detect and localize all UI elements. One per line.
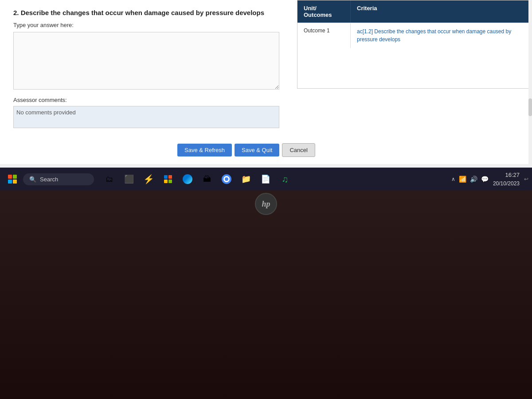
hp-logo-area: hp xyxy=(239,191,293,217)
answer-textarea[interactable] xyxy=(13,32,279,90)
criteria-text: ac[1.2] Describe the changes that occur … xyxy=(351,23,532,48)
office-icon: 📄 xyxy=(261,174,270,184)
chevron-up-icon[interactable]: ∧ xyxy=(451,176,455,182)
scrollbar-thumb[interactable] xyxy=(528,98,532,116)
search-bar[interactable]: 🔍 Search xyxy=(23,173,94,185)
laptop-body: £3 $4 %5 6 &7 8 (9 )0 - = Tab E R T Y U … xyxy=(0,191,532,399)
date: 20/10/2023 xyxy=(493,180,520,188)
criteria-panel: Unit/ Outcomes Criteria Outcome 1 ac[1.2… xyxy=(297,0,532,89)
col1-header: Unit/ Outcomes xyxy=(297,0,351,23)
cancel-button[interactable]: Cancel xyxy=(282,143,315,157)
criteria-row: Outcome 1 ac[1.2] Describe the changes t… xyxy=(297,23,532,48)
taskbar-app-folder[interactable]: 📁 xyxy=(237,170,255,188)
edge-icon xyxy=(183,174,192,184)
taskbar-app-edge[interactable] xyxy=(178,170,197,188)
assessor-label: Assessor comments: xyxy=(13,97,519,103)
screen: 2. Describe the changes that occur when … xyxy=(0,0,532,191)
taskbar-app-camera[interactable]: ⬛ xyxy=(120,170,138,188)
taskbar-app-photos[interactable]: 🏔 xyxy=(198,170,216,188)
windows-icon xyxy=(8,175,17,184)
file-explorer-icon: 🗂 xyxy=(106,175,113,184)
col2-header: Criteria xyxy=(351,0,532,23)
taskbar-app-windows-grid[interactable] xyxy=(159,170,177,188)
folder-icon: 📁 xyxy=(241,174,251,184)
page-content: 2. Describe the changes that occur when … xyxy=(0,0,532,164)
spotify-icon: ♫ xyxy=(282,174,289,184)
win-square-blue xyxy=(8,180,12,184)
taskbar: 🔍 Search 🗂 ⬛ ⚡ xyxy=(0,168,532,191)
camera-icon: ⬛ xyxy=(124,174,134,184)
taskbar-app-file-explorer[interactable]: 🗂 xyxy=(100,170,119,188)
photos-icon: 🏔 xyxy=(203,175,211,184)
wifi-icon[interactable]: 📶 xyxy=(459,176,466,183)
notification-icon[interactable]: 💬 xyxy=(481,176,489,183)
win-square-red xyxy=(8,175,12,179)
save-refresh-button[interactable]: Save & Refresh xyxy=(177,144,232,156)
criteria-header: Unit/ Outcomes Criteria xyxy=(297,0,532,23)
clock: 16:27 xyxy=(505,171,520,180)
taskbar-app-spotify[interactable]: ♫ xyxy=(276,170,294,188)
windows-start-button[interactable] xyxy=(4,170,21,188)
taskbar-app-office[interactable]: 📄 xyxy=(256,170,275,188)
hp-logo: hp xyxy=(255,193,277,215)
taskbar-left: 🔍 Search 🗂 ⬛ ⚡ xyxy=(4,170,294,188)
volume-icon[interactable]: 🔊 xyxy=(470,176,477,183)
show-desktop-icon[interactable]: ↩ xyxy=(524,176,528,182)
outcome-cell: Outcome 1 xyxy=(297,23,351,48)
grid-icon xyxy=(164,175,172,183)
search-label: Search xyxy=(40,176,58,183)
action-buttons: Save & Refresh Save & Quit Cancel xyxy=(177,143,315,157)
datetime[interactable]: 16:27 20/10/2023 xyxy=(493,171,520,188)
taskbar-app-chrome[interactable] xyxy=(217,170,236,188)
save-quit-button[interactable]: Save & Quit xyxy=(235,144,279,156)
win-square-green xyxy=(13,175,17,179)
assessor-comments: No comments provided xyxy=(13,106,279,128)
search-icon: 🔍 xyxy=(29,176,36,183)
scrollbar[interactable] xyxy=(528,0,532,164)
taskbar-right: ∧ 📶 🔊 💬 16:27 20/10/2023 ↩ xyxy=(451,171,528,188)
lightning-icon: ⚡ xyxy=(143,174,154,184)
win-square-yellow xyxy=(13,180,17,184)
taskbar-apps: 🗂 ⬛ ⚡ xyxy=(100,170,294,188)
system-tray: ∧ 📶 🔊 💬 xyxy=(451,176,489,183)
taskbar-app-lightning[interactable]: ⚡ xyxy=(139,170,158,188)
chrome-icon xyxy=(222,174,231,184)
